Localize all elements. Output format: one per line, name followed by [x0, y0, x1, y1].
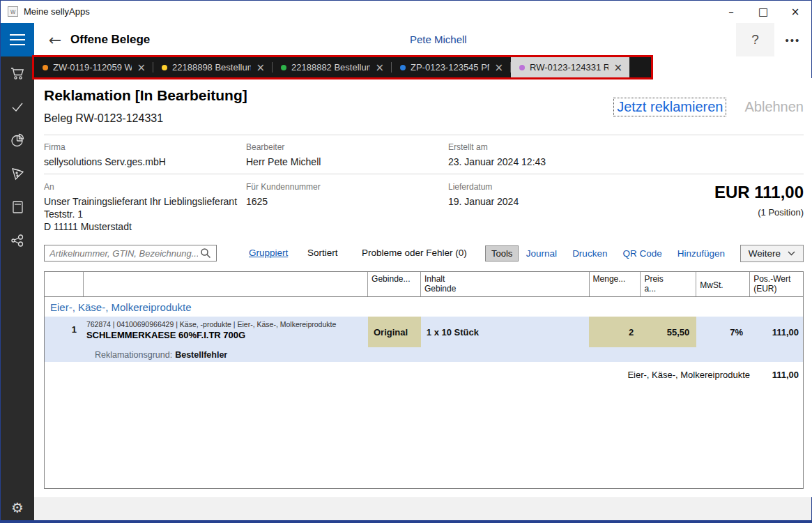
an-address: Unser Trainingslieferant Ihr Lieblingsli… — [44, 195, 237, 233]
col-preis[interactable]: Preisa... — [641, 272, 696, 296]
hinzufuegen-link[interactable]: Hinzufügen — [677, 248, 725, 259]
main-content: Reklamation [In Bearbeitung] Beleg RW-01… — [34, 78, 812, 497]
search-input[interactable] — [44, 245, 217, 262]
lieferdatum-value: 19. Januar 2024 — [448, 195, 519, 208]
check-icon[interactable] — [9, 98, 26, 115]
editable-cells: 2 55,50 — [589, 317, 696, 347]
tab-status-dot — [43, 65, 48, 70]
bottom-gray-bar — [34, 497, 811, 521]
more-options-button[interactable]: ••• — [774, 23, 811, 56]
close-button[interactable]: × — [779, 1, 811, 23]
menge-cell[interactable]: 2 — [589, 317, 641, 347]
pizza-slice-icon[interactable] — [9, 165, 26, 182]
kundennummer-label: Für Kundennummer — [246, 182, 321, 192]
page-title: Offene Belege — [70, 33, 150, 47]
search-icon[interactable] — [200, 248, 211, 259]
document-title: Reklamation [In Bearbeitung] — [44, 87, 247, 104]
tab-close-icon[interactable]: × — [613, 61, 622, 74]
qr-code-link[interactable]: QR Code — [622, 248, 661, 259]
tab-rw-0123-124331-active[interactable]: RW-0123-124331 Re... × — [511, 56, 629, 78]
inhalt-cell: 1 x 10 Stück — [421, 317, 589, 347]
col-menge[interactable]: Menge... — [590, 272, 641, 296]
bearbeiter-value: Herr Pete Michell — [246, 156, 321, 168]
tab-22188898[interactable]: 22188898 Bestellung × — [153, 56, 272, 78]
hamburger-menu-button[interactable] — [1, 23, 34, 56]
an-label: An — [44, 182, 54, 192]
tab-close-icon[interactable]: × — [137, 61, 146, 74]
app-header: ← Offene Belege Pete Michell ? ••• — [1, 23, 811, 56]
chevron-down-icon — [788, 251, 795, 256]
journal-link[interactable]: Journal — [526, 248, 557, 259]
divider — [44, 174, 804, 174]
maximize-button[interactable]: □ — [747, 1, 779, 23]
group-header-row[interactable]: Eier-, Käse-, Molkereiprodukte — [45, 297, 803, 317]
position-count: (1 Position) — [758, 207, 804, 218]
document-number: Beleg RW-0123-124331 — [44, 112, 163, 125]
share-network-icon[interactable] — [9, 232, 26, 249]
firma-value: sellysolutions Serv.ges.mbH — [44, 156, 166, 168]
title-bar: w Meine sellyApps – □ × — [1, 1, 811, 23]
tab-status-dot — [162, 65, 167, 70]
pie-chart-icon[interactable] — [9, 132, 26, 149]
ablehnen-button[interactable]: Ablehnen — [744, 99, 804, 115]
app-window: w Meine sellyApps – □ × ← Offene Belege … — [0, 0, 812, 523]
col-inhalt-gebinde[interactable]: InhaltGebinde — [421, 272, 590, 296]
gebinde-cell[interactable]: Original — [368, 317, 421, 347]
tab-zp-0123-123545[interactable]: ZP-0123-123545 Pfa... × — [392, 56, 510, 78]
col-pos-wert[interactable]: Pos.-Wert(EUR) — [750, 272, 803, 296]
gruppiert-toggle[interactable]: Gruppiert — [249, 248, 288, 258]
app-icon: w — [8, 6, 18, 17]
cart-icon[interactable] — [9, 65, 26, 82]
jetzt-reklamieren-button[interactable]: Jetzt reklamieren — [613, 98, 726, 116]
positions-table: Gebinde... InhaltGebinde Menge... Preisa… — [44, 271, 804, 489]
user-name-link[interactable]: Pete Michell — [410, 33, 467, 45]
sidebar: ⚙ — [1, 56, 34, 521]
tab-close-icon[interactable]: × — [256, 61, 265, 74]
tab-zw-0119-112059[interactable]: ZW-0119-112059 W... × — [34, 56, 153, 78]
table-header: Gebinde... InhaltGebinde Menge... Preisa… — [45, 272, 803, 297]
tools-button[interactable]: Tools — [485, 245, 519, 262]
col-mwst[interactable]: MwSt. — [696, 272, 750, 296]
window-border — [1, 520, 811, 523]
kundennummer-value: 1625 — [246, 195, 268, 208]
bearbeiter-label: Bearbeiter — [246, 142, 284, 152]
tab-close-icon[interactable]: × — [375, 61, 384, 74]
gear-icon[interactable]: ⚙ — [9, 499, 26, 516]
tab-strip: ZW-0119-112059 W... × 22188898 Bestellun… — [34, 56, 652, 78]
row-number: 1 — [45, 317, 84, 347]
firma-label: Firma — [44, 142, 66, 152]
drucken-link[interactable]: Drucken — [572, 248, 607, 259]
weitere-dropdown[interactable]: Weitere — [740, 245, 804, 262]
tab-status-dot — [400, 65, 406, 70]
erstellt-am-value: 23. Januar 2024 12:43 — [448, 156, 546, 168]
reklamation-reason-row: Reklamationsgrund: Bestellfehler — [45, 347, 803, 362]
window-title: Meine sellyApps — [24, 6, 90, 17]
group-summary-row: Eier-, Käse-, Molkereiprodukte 111,00 — [45, 365, 803, 384]
probleme-toggle[interactable]: Probleme oder Fehler (0) — [362, 248, 467, 258]
sortiert-toggle[interactable]: Sortiert — [307, 248, 338, 258]
article-meta: 762874 | 04100690966429 | Käse, -produkt… — [86, 320, 368, 328]
pos-wert-cell: 111,00 — [750, 317, 803, 347]
minimize-button[interactable]: – — [715, 1, 747, 23]
back-arrow-icon[interactable]: ← — [44, 29, 66, 51]
article-name: SCHLEMMERKAESE 60%F.I.TR 700G — [86, 330, 368, 340]
lieferdatum-label: Lieferdatum — [448, 182, 492, 192]
tab-22188882[interactable]: 22188882 Bestellung × — [273, 56, 391, 78]
mwst-cell: 7% — [696, 317, 750, 347]
divider — [44, 135, 804, 135]
tab-status-dot — [281, 65, 286, 70]
document-total: EUR 111,00 — [714, 183, 804, 202]
col-gebinde[interactable]: Gebinde... — [368, 272, 421, 296]
tab-status-dot — [519, 65, 525, 70]
erstellt-am-label: Erstellt am — [448, 142, 488, 152]
help-button[interactable]: ? — [736, 23, 774, 56]
tab-close-icon[interactable]: × — [494, 61, 503, 74]
preis-cell[interactable]: 55,50 — [641, 317, 696, 347]
book-icon[interactable] — [9, 199, 26, 215]
table-row[interactable]: 1 762874 | 04100690966429 | Käse, -produ… — [45, 317, 803, 347]
